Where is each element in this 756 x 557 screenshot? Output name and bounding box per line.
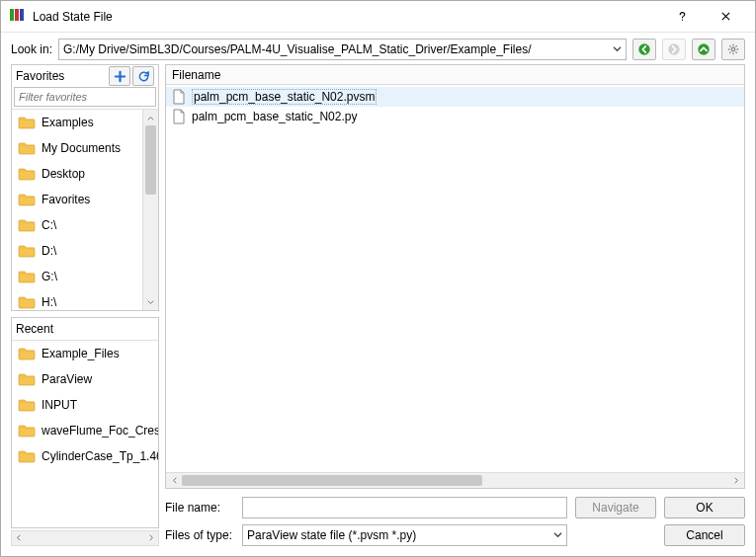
- settings-button[interactable]: [721, 39, 745, 60]
- file-name: palm_pcm_base_static_N02.pvsm: [192, 89, 377, 105]
- recent-item-label: Example_Files: [42, 347, 120, 360]
- file-row[interactable]: palm_pcm_base_static_N02.py: [166, 107, 744, 126]
- favorites-item[interactable]: G:\: [12, 264, 142, 289]
- svg-rect-2: [20, 9, 24, 21]
- ok-button[interactable]: OK: [664, 497, 745, 518]
- title-bar: Load State File: [1, 1, 755, 33]
- svg-rect-0: [10, 9, 14, 21]
- filetype-value: ParaView state file (*.pvsm *.py): [247, 528, 416, 542]
- favorites-item[interactable]: Examples: [12, 110, 142, 135]
- file-list: palm_pcm_base_static_N02.pvsmpalm_pcm_ba…: [166, 85, 744, 472]
- svg-point-6: [698, 43, 709, 54]
- recent-item[interactable]: Example_Files: [12, 341, 158, 366]
- favorites-item[interactable]: Desktop: [12, 161, 142, 187]
- recent-item[interactable]: ParaView: [12, 366, 158, 392]
- recent-item-label: INPUT: [42, 398, 77, 412]
- favorites-item-label: Favorites: [42, 193, 90, 206]
- favorites-list: ExamplesMy DocumentsDesktopFavoritesC:\D…: [12, 110, 142, 310]
- favorites-item[interactable]: My Documents: [12, 135, 142, 161]
- favorites-item[interactable]: Favorites: [12, 187, 142, 212]
- filelist-header[interactable]: Filename: [166, 65, 744, 85]
- favorites-item-label: Desktop: [42, 167, 85, 181]
- chevron-down-icon: [613, 42, 622, 56]
- back-button[interactable]: [632, 39, 656, 60]
- lookin-path-combo[interactable]: G:/My Drive/SimBL3D/Courses/PALM-4U_Visu…: [58, 39, 627, 60]
- favorites-panel: Favorites ExamplesMy DocumentsDesktopFav…: [11, 64, 159, 311]
- favorites-item-label: D:\: [42, 244, 56, 258]
- recent-header: Recent: [16, 322, 154, 336]
- favorites-header: Favorites: [16, 69, 107, 83]
- filename-input[interactable]: [242, 497, 567, 518]
- cancel-button[interactable]: Cancel: [664, 524, 745, 546]
- favorites-item[interactable]: D:\: [12, 238, 142, 264]
- recent-panel: Recent Example_FilesParaViewINPUTwaveFlu…: [11, 317, 159, 528]
- lookin-row: Look in: G:/My Drive/SimBL3D/Courses/PAL…: [1, 33, 755, 62]
- favorites-filter-input[interactable]: [14, 87, 156, 107]
- favorites-item[interactable]: C:\: [12, 212, 142, 238]
- navigate-button[interactable]: Navigate: [575, 497, 656, 518]
- svg-point-5: [668, 43, 679, 54]
- recent-item-label: ParaView: [42, 372, 92, 386]
- help-button[interactable]: [660, 2, 704, 32]
- refresh-button[interactable]: [132, 66, 154, 86]
- file-name: palm_pcm_base_static_N02.py: [192, 110, 357, 123]
- recent-item[interactable]: waveFlume_Foc_Crest_: [12, 418, 158, 443]
- file-hscroll[interactable]: [166, 472, 744, 488]
- recent-item-label: waveFlume_Foc_Crest_: [42, 424, 158, 438]
- favorites-item[interactable]: H:\: [12, 289, 142, 310]
- favorites-scrollbar[interactable]: [142, 110, 158, 310]
- add-favorite-button[interactable]: [109, 66, 130, 86]
- favorites-item-label: My Documents: [42, 141, 121, 155]
- up-button[interactable]: [692, 39, 715, 60]
- svg-point-4: [638, 43, 649, 54]
- file-row[interactable]: palm_pcm_base_static_N02.pvsm: [166, 87, 744, 107]
- file-area: Filename palm_pcm_base_static_N02.pvsmpa…: [165, 64, 745, 489]
- recent-list: Example_FilesParaViewINPUTwaveFlume_Foc_…: [12, 341, 158, 527]
- filetype-combo[interactable]: ParaView state file (*.pvsm *.py): [242, 524, 567, 546]
- close-button[interactable]: [704, 2, 747, 32]
- recent-item-label: CylinderCase_Tp_1.46_: [42, 449, 158, 463]
- favorites-filter[interactable]: [14, 87, 156, 107]
- favorites-item-label: G:\: [42, 270, 57, 283]
- recent-item[interactable]: CylinderCase_Tp_1.46_: [12, 443, 158, 469]
- svg-point-3: [681, 20, 682, 21]
- filetype-label: Files of type:: [165, 528, 234, 542]
- favorites-item-label: C:\: [42, 218, 56, 232]
- filelist-header-label: Filename: [172, 68, 220, 82]
- forward-button[interactable]: [662, 39, 686, 60]
- lookin-label: Look in:: [11, 42, 52, 56]
- favorites-item-label: Examples: [42, 116, 94, 129]
- svg-point-7: [731, 47, 735, 51]
- window-title: Load State File: [33, 10, 660, 24]
- svg-rect-1: [15, 9, 19, 21]
- chevron-down-icon: [553, 528, 562, 542]
- recent-item[interactable]: INPUT: [12, 392, 158, 418]
- filename-label: File name:: [165, 501, 234, 515]
- lookin-path-text: G:/My Drive/SimBL3D/Courses/PALM-4U_Visu…: [63, 42, 532, 56]
- favorites-item-label: H:\: [42, 295, 56, 309]
- left-hscroll[interactable]: [11, 530, 159, 546]
- app-icon: [9, 7, 25, 26]
